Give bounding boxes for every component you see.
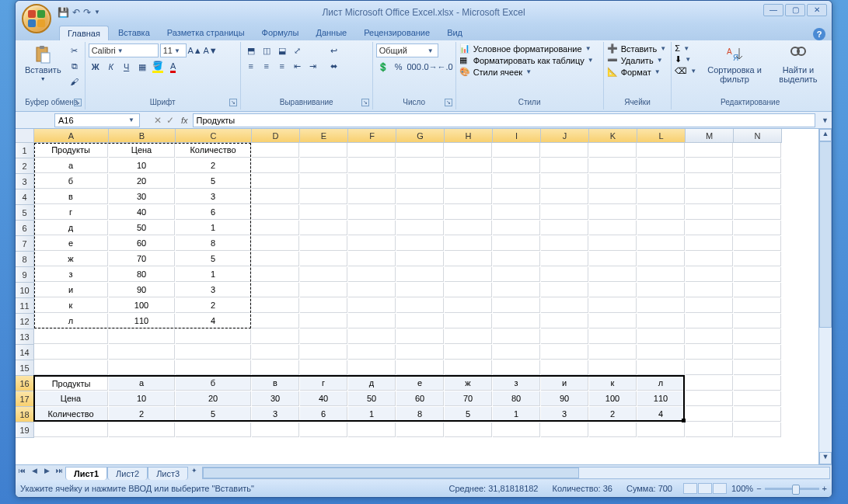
cell[interactable] xyxy=(686,205,733,220)
select-all-corner[interactable] xyxy=(16,129,34,143)
cell[interactable] xyxy=(493,143,540,158)
cell[interactable] xyxy=(589,205,637,220)
cell[interactable] xyxy=(445,283,492,297)
cell[interactable] xyxy=(589,314,637,328)
cell[interactable] xyxy=(396,360,444,375)
cell[interactable] xyxy=(589,236,637,251)
cell[interactable]: з xyxy=(493,376,540,391)
cell[interactable] xyxy=(734,329,781,344)
name-box[interactable]: A16▼ xyxy=(54,113,140,127)
cell[interactable] xyxy=(300,205,347,220)
cell[interactable] xyxy=(300,283,347,297)
cell[interactable] xyxy=(493,267,540,282)
cell[interactable] xyxy=(109,329,175,344)
cell[interactable] xyxy=(493,314,540,328)
column-header[interactable]: L xyxy=(637,129,686,143)
bold-button[interactable]: Ж xyxy=(89,60,103,74)
cell[interactable] xyxy=(686,360,733,375)
cell[interactable]: в xyxy=(34,189,108,204)
formula-bar[interactable]: Продукты xyxy=(193,113,816,127)
cell[interactable] xyxy=(445,174,492,189)
cell[interactable] xyxy=(637,267,685,282)
cell[interactable] xyxy=(541,267,588,282)
cell[interactable] xyxy=(252,205,299,220)
cell[interactable] xyxy=(734,391,781,406)
sort-filter-button[interactable]: АЯ Сортировка и фильтр xyxy=(703,43,766,85)
cell[interactable] xyxy=(541,221,588,235)
insert-cells-button[interactable]: ➕Вставить▼ xyxy=(607,43,668,54)
cell[interactable] xyxy=(348,422,396,437)
cell[interactable] xyxy=(589,189,637,204)
cell[interactable] xyxy=(589,422,637,437)
zoom-out-icon[interactable]: − xyxy=(756,484,761,493)
cell[interactable] xyxy=(734,189,781,204)
cell[interactable] xyxy=(445,360,492,375)
cell[interactable] xyxy=(445,267,492,282)
cell[interactable] xyxy=(541,252,588,266)
cell[interactable] xyxy=(686,158,733,173)
cell[interactable] xyxy=(300,314,347,328)
cell[interactable] xyxy=(686,391,733,406)
cell[interactable] xyxy=(300,422,347,437)
horizontal-scrollbar[interactable] xyxy=(202,467,830,479)
expand-formula-icon[interactable]: ▼ xyxy=(822,116,829,124)
cell[interactable] xyxy=(300,158,347,173)
cell[interactable]: 3 xyxy=(176,189,251,204)
cell[interactable] xyxy=(445,158,492,173)
cell[interactable] xyxy=(348,267,396,282)
cell[interactable] xyxy=(396,345,444,360)
cell[interactable]: 1 xyxy=(176,221,251,235)
cell[interactable] xyxy=(541,174,588,189)
row-header[interactable]: 1 xyxy=(16,143,34,158)
cell[interactable] xyxy=(541,205,588,220)
cell[interactable] xyxy=(252,267,299,282)
tab-Рецензирование[interactable]: Рецензирование xyxy=(356,26,438,40)
cell[interactable] xyxy=(252,236,299,251)
cell[interactable] xyxy=(686,236,733,251)
column-header[interactable]: B xyxy=(109,129,176,143)
cell[interactable] xyxy=(348,298,396,313)
row-header[interactable]: 4 xyxy=(16,189,34,205)
cell[interactable] xyxy=(300,143,347,158)
row-header[interactable]: 13 xyxy=(16,329,34,345)
column-header[interactable]: D xyxy=(252,129,300,143)
cell[interactable]: 110 xyxy=(109,314,175,328)
paste-button[interactable]: Вставить ▼ xyxy=(22,43,65,83)
cell[interactable] xyxy=(541,283,588,297)
cell[interactable]: Количество xyxy=(34,407,108,422)
cell[interactable] xyxy=(396,267,444,282)
cell[interactable] xyxy=(637,221,685,235)
cell[interactable]: е xyxy=(34,236,108,251)
cell[interactable] xyxy=(109,360,175,375)
cell[interactable] xyxy=(445,329,492,344)
conditional-formatting-button[interactable]: 📊Условное форматирование▼ xyxy=(459,43,593,54)
cell[interactable]: 100 xyxy=(109,298,175,313)
cell[interactable] xyxy=(34,422,108,437)
font-name-select[interactable]: Calibri▼ xyxy=(89,43,159,57)
cell[interactable] xyxy=(637,298,685,313)
cell[interactable]: 3 xyxy=(176,283,251,297)
cell[interactable] xyxy=(734,298,781,313)
cell[interactable] xyxy=(252,329,299,344)
cell[interactable] xyxy=(637,252,685,266)
cell[interactable]: а xyxy=(34,158,108,173)
tab-Разметка страницы[interactable]: Разметка страницы xyxy=(159,26,253,40)
cancel-formula-icon[interactable]: ✕ xyxy=(154,115,162,126)
cell[interactable]: 60 xyxy=(396,391,444,406)
cell[interactable] xyxy=(589,298,637,313)
cell[interactable]: 8 xyxy=(396,407,444,422)
cell[interactable]: Продукты xyxy=(34,143,108,158)
tab-Вид[interactable]: Вид xyxy=(439,26,470,40)
italic-button[interactable]: К xyxy=(104,60,118,74)
cell[interactable]: 50 xyxy=(109,221,175,235)
cell[interactable] xyxy=(686,329,733,344)
cell[interactable] xyxy=(445,221,492,235)
qat-dropdown-icon[interactable]: ▼ xyxy=(94,9,100,16)
cell[interactable] xyxy=(541,422,588,437)
sheet-nav-next-icon[interactable]: ▶ xyxy=(40,467,53,479)
cell[interactable] xyxy=(493,174,540,189)
row-header[interactable]: 9 xyxy=(16,267,34,283)
cell[interactable] xyxy=(252,252,299,266)
row-header[interactable]: 12 xyxy=(16,314,34,329)
cell[interactable] xyxy=(637,422,685,437)
